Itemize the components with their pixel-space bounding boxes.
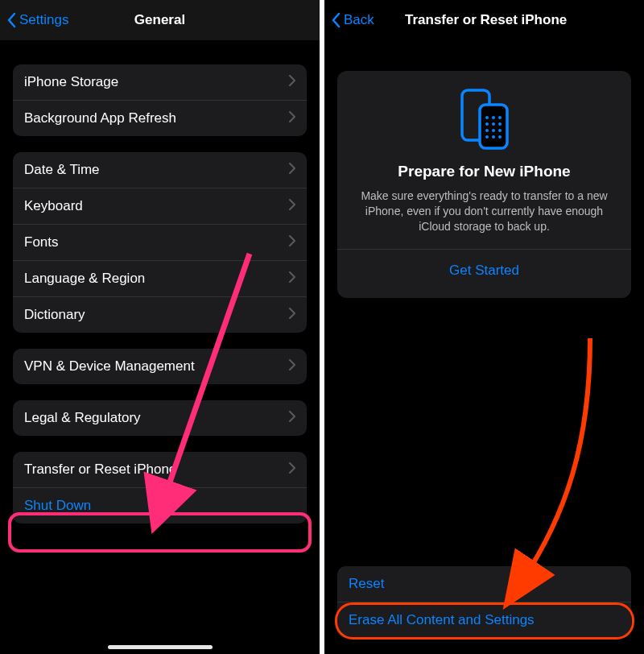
navbar-general: Settings General (0, 0, 320, 40)
get-started-button[interactable]: Get Started (350, 250, 618, 292)
row-legal-regulatory[interactable]: Legal & Regulatory (13, 400, 307, 436)
phone-transfer-reset: Back Transfer or Reset iPhone Pre (324, 0, 644, 654)
chevron-right-icon (289, 199, 295, 210)
back-label: Back (344, 12, 374, 28)
content-transfer: Prepare for New iPhone Make sure everyth… (324, 40, 644, 654)
row-dictionary[interactable]: Dictionary (13, 296, 307, 333)
row-label: Dictionary (24, 307, 85, 323)
row-fonts[interactable]: Fonts (13, 224, 307, 260)
row-label: iPhone Storage (24, 74, 118, 90)
row-label: Keyboard (24, 198, 83, 214)
row-label: VPN & Device Management (24, 358, 195, 375)
row-label: Background App Refresh (24, 110, 176, 126)
chevron-left-icon (331, 12, 341, 28)
chevron-right-icon (289, 308, 295, 319)
row-label: Erase All Content and Settings (349, 612, 535, 628)
chevron-right-icon (289, 75, 295, 86)
row-label: Language & Region (24, 271, 145, 287)
back-button[interactable]: Back (331, 0, 374, 40)
svg-point-10 (485, 129, 489, 132)
svg-point-5 (492, 116, 495, 119)
row-iphone-storage[interactable]: iPhone Storage (13, 64, 307, 100)
svg-point-12 (498, 129, 502, 132)
back-label: Settings (19, 12, 68, 28)
settings-group-locale: Date & Time Keyboard Fonts Language & Re… (13, 152, 307, 333)
reset-actions-group: Reset Erase All Content and Settings (337, 566, 631, 638)
two-phones-icon (350, 87, 618, 151)
prepare-card: Prepare for New iPhone Make sure everyth… (337, 71, 631, 298)
svg-point-6 (498, 116, 502, 119)
page-title: General (134, 12, 185, 28)
row-label: Date & Time (24, 162, 100, 178)
settings-group-storage: iPhone Storage Background App Refresh (13, 64, 307, 136)
row-background-app-refresh[interactable]: Background App Refresh (13, 100, 307, 136)
settings-group-reset: Transfer or Reset iPhone Shut Down (13, 452, 307, 524)
row-erase-all[interactable]: Erase All Content and Settings (337, 602, 631, 638)
svg-rect-3 (480, 105, 507, 148)
content-general: iPhone Storage Background App Refresh Da… (0, 40, 320, 654)
row-label: Legal & Regulatory (24, 410, 141, 426)
svg-point-15 (498, 135, 502, 139)
chevron-right-icon (289, 111, 295, 122)
row-label: Transfer or Reset iPhone (24, 462, 176, 478)
row-label: Fonts (24, 234, 59, 250)
row-label: Shut Down (24, 498, 91, 514)
svg-point-8 (492, 122, 495, 126)
page-title: Transfer or Reset iPhone (405, 12, 567, 28)
home-indicator[interactable] (108, 645, 213, 649)
chevron-right-icon (289, 359, 295, 370)
svg-point-13 (485, 135, 489, 139)
row-shut-down[interactable]: Shut Down (13, 487, 307, 524)
back-button[interactable]: Settings (6, 0, 68, 40)
chevron-right-icon (289, 163, 295, 174)
row-date-time[interactable]: Date & Time (13, 152, 307, 188)
row-reset[interactable]: Reset (337, 566, 631, 602)
chevron-right-icon (289, 235, 295, 246)
card-desc: Make sure everything's ready to transfer… (350, 188, 618, 234)
settings-group-legal: Legal & Regulatory (13, 400, 307, 436)
row-vpn-device-management[interactable]: VPN & Device Management (13, 349, 307, 384)
chevron-right-icon (289, 411, 295, 422)
svg-point-14 (492, 135, 495, 139)
row-keyboard[interactable]: Keyboard (13, 188, 307, 224)
row-language-region[interactable]: Language & Region (13, 260, 307, 296)
chevron-right-icon (289, 462, 295, 474)
row-transfer-or-reset[interactable]: Transfer or Reset iPhone (13, 452, 307, 487)
svg-point-4 (485, 116, 489, 119)
chevron-left-icon (6, 12, 16, 28)
phone-general: Settings General iPhone Storage Backgrou… (0, 0, 320, 654)
row-label: Reset (349, 576, 384, 592)
svg-point-11 (492, 129, 495, 132)
navbar-transfer: Back Transfer or Reset iPhone (324, 0, 644, 40)
svg-point-7 (485, 122, 489, 126)
svg-point-9 (498, 122, 502, 126)
settings-group-vpn: VPN & Device Management (13, 349, 307, 384)
card-title: Prepare for New iPhone (350, 163, 618, 180)
chevron-right-icon (289, 271, 295, 283)
